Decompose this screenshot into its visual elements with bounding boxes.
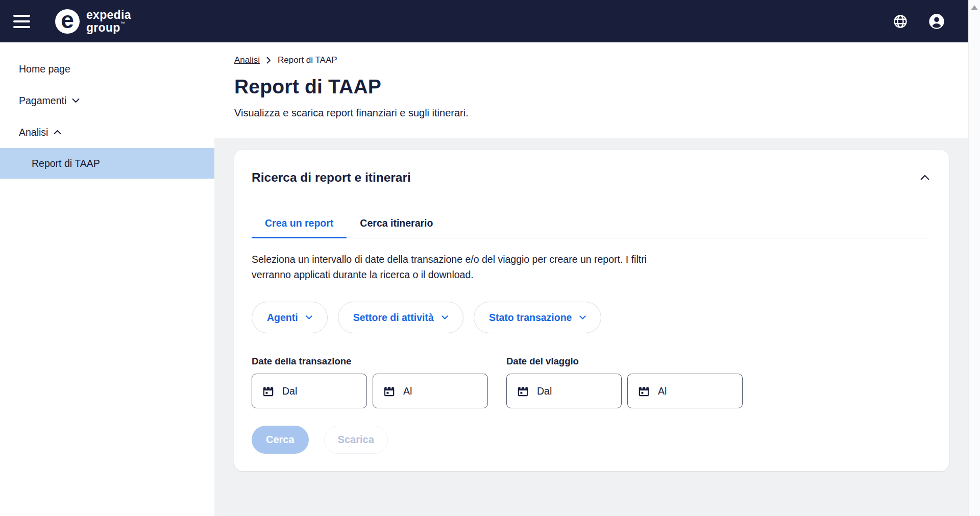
card-header: Ricerca di report e itinerari <box>252 170 929 185</box>
sidebar-item-label: Pagamenti <box>19 95 66 107</box>
app-root: e expedia group™ <box>0 0 980 516</box>
filter-agenti-dropdown[interactable]: Agenti <box>252 302 328 333</box>
tab-cerca-itinerario[interactable]: Cerca itinerario <box>347 217 446 238</box>
filter-stato-transazione-dropdown[interactable]: Stato transazione <box>474 302 602 333</box>
chevron-up-icon <box>54 130 61 135</box>
chevron-down-icon <box>579 315 586 320</box>
transaction-dates-group: Date della transazione <box>252 356 488 408</box>
date-groups-row: Date della transazione <box>252 356 929 408</box>
chevron-down-icon <box>306 315 312 320</box>
chevron-down-icon <box>72 98 80 103</box>
collapse-chevron-up-icon[interactable] <box>920 173 929 182</box>
main-content: Analisi Report di TAAP Report di TAAP Vi… <box>214 42 968 516</box>
logo-line2: group™ <box>86 21 131 34</box>
calendar-icon <box>262 385 274 397</box>
travel-date-to-input[interactable]: Al <box>627 374 743 408</box>
chevron-down-icon <box>442 315 448 320</box>
filter-pills-row: Agenti Settore di attività Stato transaz… <box>252 302 929 333</box>
page-title: Report di TAAP <box>234 76 968 98</box>
transaction-date-inputs: Dal <box>252 374 488 408</box>
transaction-dates-label: Date della transazione <box>252 356 488 367</box>
calendar-icon <box>383 385 395 397</box>
breadcrumb-current: Report di TAAP <box>278 55 337 65</box>
chevron-right-icon <box>266 57 271 64</box>
filter-label: Settore di attività <box>353 312 434 324</box>
filter-settore-di-attivita-dropdown[interactable]: Settore di attività <box>338 302 463 333</box>
filter-label: Stato transazione <box>489 312 572 324</box>
account-icon[interactable] <box>928 13 945 30</box>
search-card: Ricerca di report e itinerari Crea un re… <box>234 150 949 471</box>
logo-line1: expedia <box>86 9 131 21</box>
body-row: Home page Pagamenti Analisi Report di TA… <box>0 42 968 516</box>
travel-date-inputs: Dal <box>506 374 743 408</box>
page-header-section: Analisi Report di TAAP Report di TAAP Vi… <box>214 42 968 138</box>
sidebar-item-label: Home page <box>19 63 70 75</box>
trademark-symbol: ™ <box>120 21 125 26</box>
sidebar-item-pagamenti[interactable]: Pagamenti <box>0 85 214 116</box>
app-column: e expedia group™ <box>0 0 968 516</box>
globe-language-icon[interactable] <box>893 14 908 29</box>
sidebar-item-analisi[interactable]: Analisi <box>0 116 214 148</box>
page-subtitle: Visualizza e scarica report finanziari e… <box>234 107 968 119</box>
date-input-label: Al <box>658 385 667 397</box>
sidebar-item-report-di-taap[interactable]: Report di TAAP <box>0 148 214 179</box>
date-input-label: Dal <box>537 385 552 397</box>
calendar-icon <box>638 385 650 397</box>
scarica-button[interactable]: Scarica <box>324 426 388 454</box>
top-navigation-bar: e expedia group™ <box>0 0 968 42</box>
date-input-label: Al <box>403 385 412 397</box>
tab-crea-un-report[interactable]: Crea un report <box>252 217 347 238</box>
breadcrumb: Analisi Report di TAAP <box>234 55 968 65</box>
vertical-scrollbar[interactable] <box>968 0 980 516</box>
expedia-group-logo: e expedia group™ <box>55 9 131 33</box>
card-wrapper: Ricerca di report e itinerari Crea un re… <box>214 138 968 471</box>
sidebar-item-label: Analisi <box>19 127 48 138</box>
sidebar-item-label: Report di TAAP <box>32 158 100 169</box>
hamburger-menu-icon[interactable] <box>13 15 30 28</box>
tab-bar: Crea un report Cerca itinerario <box>252 217 929 238</box>
sidebar: Home page Pagamenti Analisi Report di TA… <box>0 42 214 516</box>
travel-dates-group: Date del viaggio <box>506 356 743 408</box>
transaction-date-from-input[interactable]: Dal <box>252 374 367 408</box>
expedia-logo-icon: e <box>55 9 80 34</box>
cerca-button[interactable]: Cerca <box>252 426 309 454</box>
scrollbar-up-arrow-icon[interactable] <box>971 5 978 10</box>
date-input-label: Dal <box>282 385 297 397</box>
transaction-date-to-input[interactable]: Al <box>373 374 488 408</box>
topbar-actions <box>893 13 945 30</box>
action-buttons-row: Cerca Scarica <box>252 426 929 454</box>
card-title: Ricerca di report e itinerari <box>252 170 411 185</box>
travel-date-from-input[interactable]: Dal <box>506 374 622 408</box>
calendar-icon <box>517 385 529 397</box>
travel-dates-label: Date del viaggio <box>506 356 743 367</box>
search-description: Seleziona un intervallo di date della tr… <box>252 252 687 282</box>
filter-label: Agenti <box>267 312 298 324</box>
sidebar-item-home-page[interactable]: Home page <box>0 53 214 85</box>
expedia-logo-text: expedia group™ <box>86 9 131 33</box>
breadcrumb-link-analisi[interactable]: Analisi <box>234 55 260 65</box>
